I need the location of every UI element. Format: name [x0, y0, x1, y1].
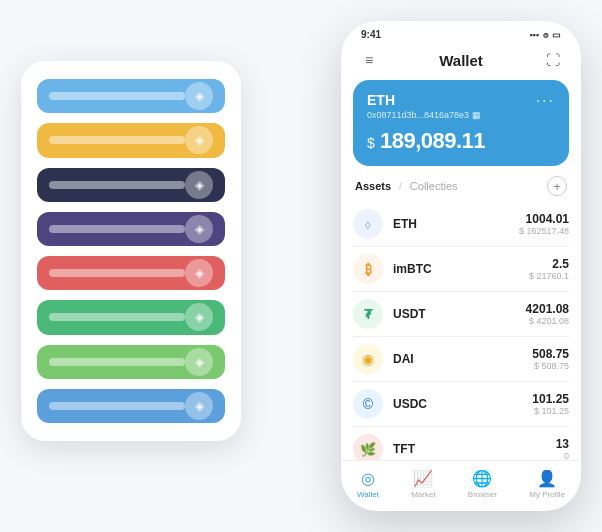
- imbtc-amounts: 2.5 $ 21760.1: [529, 257, 569, 281]
- usdc-amounts: 101.25 $ 101.25: [532, 392, 569, 416]
- nav-browser[interactable]: 🌐 Browser: [468, 469, 497, 499]
- tft-icon: 🌿: [353, 434, 383, 460]
- asset-row-dai[interactable]: ◉ DAI 508.75 $ 508.75: [353, 337, 569, 382]
- eth-card-address: 0x08711d3b...8416a78e3 ▦: [367, 110, 555, 120]
- eth-usd: $ 162517.48: [519, 226, 569, 236]
- usdt-name: USDT: [393, 307, 516, 321]
- usdc-name: USDC: [393, 397, 522, 411]
- eth-card-title: ETH: [367, 92, 555, 108]
- asset-row-imbtc[interactable]: ₿ imBTC 2.5 $ 21760.1: [353, 247, 569, 292]
- bg-phone: ◈◈◈◈◈◈◈◈: [21, 61, 241, 441]
- usdt-amounts: 4201.08 $ 4201.08: [526, 302, 569, 326]
- wallet-nav-icon: ◎: [361, 469, 375, 488]
- wifi-icon: ⌾: [543, 30, 548, 40]
- imbtc-name: imBTC: [393, 262, 519, 276]
- nav-profile[interactable]: 👤 My Profile: [529, 469, 565, 499]
- usdc-icon: ©: [353, 389, 383, 419]
- tab-assets[interactable]: Assets: [355, 180, 391, 192]
- tab-divider: /: [399, 181, 402, 192]
- eth-card-menu[interactable]: ···: [536, 92, 555, 110]
- tab-collecties[interactable]: Collecties: [410, 180, 458, 192]
- fg-phone: 9:41 ▪▪▪ ⌾ ▭ ≡ Wallet ⛶ ··· ETH 0x08711d…: [341, 21, 581, 511]
- assets-tabs: Assets / Collecties: [355, 180, 458, 192]
- usdc-usd: $ 101.25: [532, 406, 569, 416]
- eth-name: ETH: [393, 217, 509, 231]
- asset-row-usdt[interactable]: ₮ USDT 4201.08 $ 4201.08: [353, 292, 569, 337]
- market-nav-label: Market: [411, 490, 435, 499]
- eth-card-balance: $ 189,089.11: [367, 128, 555, 154]
- imbtc-usd: $ 21760.1: [529, 271, 569, 281]
- asset-row-usdc[interactable]: © USDC 101.25 $ 101.25: [353, 382, 569, 427]
- wallet-strip-5[interactable]: ◈: [37, 300, 225, 334]
- dai-qty: 508.75: [532, 347, 569, 361]
- profile-nav-label: My Profile: [529, 490, 565, 499]
- usdc-qty: 101.25: [532, 392, 569, 406]
- wallet-strip-3[interactable]: ◈: [37, 212, 225, 246]
- wallet-strip-6[interactable]: ◈: [37, 345, 225, 379]
- usdt-usd: $ 4201.08: [526, 316, 569, 326]
- usdt-icon: ₮: [353, 299, 383, 329]
- assets-header: Assets / Collecties +: [341, 166, 581, 202]
- phone-header: ≡ Wallet ⛶: [341, 44, 581, 80]
- usdt-qty: 4201.08: [526, 302, 569, 316]
- tft-name: TFT: [393, 442, 546, 456]
- imbtc-qty: 2.5: [529, 257, 569, 271]
- dai-icon: ◉: [353, 344, 383, 374]
- wallet-strip-4[interactable]: ◈: [37, 256, 225, 290]
- eth-qty: 1004.01: [519, 212, 569, 226]
- profile-nav-icon: 👤: [537, 469, 557, 488]
- asset-row-tft[interactable]: 🌿 TFT 13 0: [353, 427, 569, 460]
- status-time: 9:41: [361, 29, 381, 40]
- imbtc-icon: ₿: [353, 254, 383, 284]
- asset-row-eth[interactable]: ⬨ ETH 1004.01 $ 162517.48: [353, 202, 569, 247]
- expand-button[interactable]: ⛶: [541, 48, 565, 72]
- add-asset-button[interactable]: +: [547, 176, 567, 196]
- status-icons: ▪▪▪ ⌾ ▭: [529, 30, 561, 40]
- wallet-strip-0[interactable]: ◈: [37, 79, 225, 113]
- phone-navbar: ◎ Wallet 📈 Market 🌐 Browser 👤 My Profile: [341, 460, 581, 511]
- wallet-strip-2[interactable]: ◈: [37, 168, 225, 202]
- asset-list: ⬨ ETH 1004.01 $ 162517.48 ₿ imBTC 2.5 $ …: [341, 202, 581, 460]
- wallet-nav-label: Wallet: [357, 490, 379, 499]
- nav-market[interactable]: 📈 Market: [411, 469, 435, 499]
- tft-amounts: 13 0: [556, 437, 569, 460]
- balance-amount: 189,089.11: [380, 128, 485, 153]
- battery-icon: ▭: [552, 30, 561, 40]
- browser-nav-icon: 🌐: [472, 469, 492, 488]
- eth-icon: ⬨: [353, 209, 383, 239]
- dai-name: DAI: [393, 352, 522, 366]
- status-bar: 9:41 ▪▪▪ ⌾ ▭: [341, 21, 581, 44]
- dai-amounts: 508.75 $ 508.75: [532, 347, 569, 371]
- eth-card: ··· ETH 0x08711d3b...8416a78e3 ▦ $ 189,0…: [353, 80, 569, 166]
- tft-qty: 13: [556, 437, 569, 451]
- wallet-strip-7[interactable]: ◈: [37, 389, 225, 423]
- signal-icon: ▪▪▪: [529, 30, 539, 40]
- page-title: Wallet: [439, 52, 483, 69]
- market-nav-icon: 📈: [413, 469, 433, 488]
- balance-currency: $: [367, 135, 374, 151]
- menu-button[interactable]: ≡: [357, 48, 381, 72]
- dai-usd: $ 508.75: [532, 361, 569, 371]
- nav-wallet[interactable]: ◎ Wallet: [357, 469, 379, 499]
- scene: ◈◈◈◈◈◈◈◈ 9:41 ▪▪▪ ⌾ ▭ ≡ Wallet ⛶ ··· ETH…: [21, 21, 581, 511]
- wallet-strip-1[interactable]: ◈: [37, 123, 225, 157]
- browser-nav-label: Browser: [468, 490, 497, 499]
- tft-usd: 0: [556, 451, 569, 460]
- eth-amounts: 1004.01 $ 162517.48: [519, 212, 569, 236]
